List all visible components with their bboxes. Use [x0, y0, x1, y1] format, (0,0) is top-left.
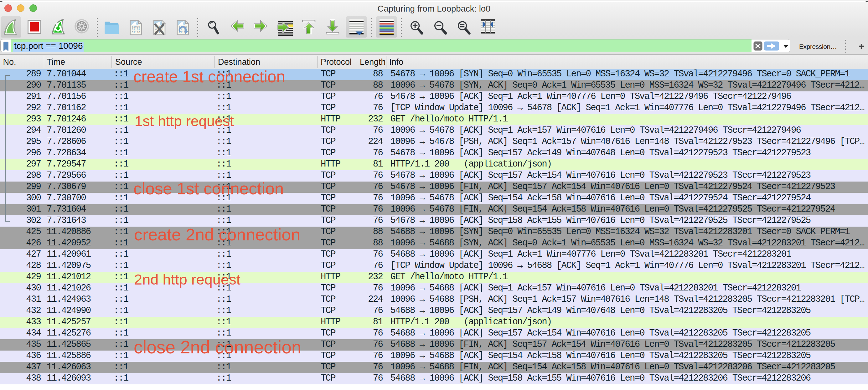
svg-text:01110: 01110 — [132, 31, 140, 34]
